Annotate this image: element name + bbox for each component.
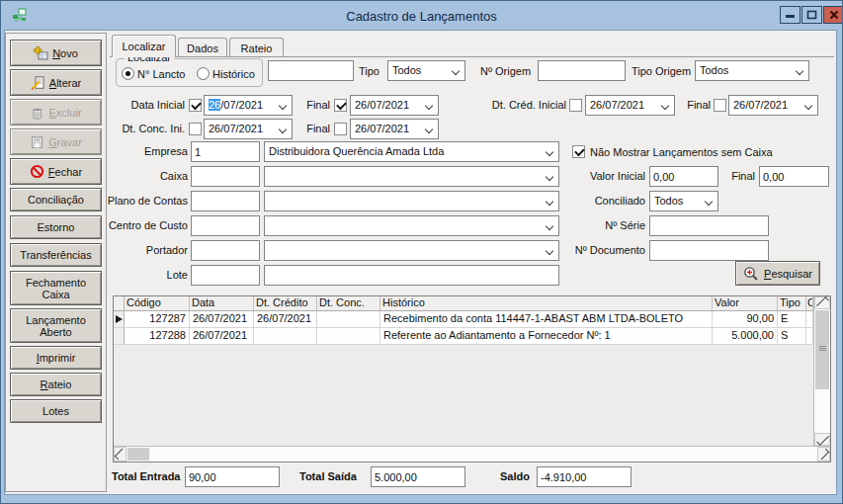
conc-final-datepicker[interactable]: 26/07/2021 [350, 119, 439, 139]
grid-vertical-scrollbar[interactable] [813, 296, 830, 446]
lotes-label: Lotes [42, 405, 69, 417]
tipo-combo[interactable]: Todos [387, 60, 465, 81]
tab-rateio[interactable]: Rateio [229, 38, 284, 56]
serie-input[interactable] [649, 215, 769, 236]
empresa-combo[interactable]: Distribuidora Querência Amada Ltda [264, 141, 559, 162]
col-header-tipo[interactable]: Tipo [778, 296, 806, 310]
conciliado-combo[interactable]: Todos [649, 191, 718, 211]
caixa-label: Caixa [94, 170, 188, 182]
close-icon [828, 9, 840, 21]
transferencias-label: Transferências [20, 249, 91, 261]
plano-contas-combo[interactable] [264, 191, 559, 211]
scroll-down-button[interactable] [814, 433, 830, 446]
plano-contas-code-input[interactable] [191, 191, 260, 211]
col-header-historico[interactable]: Histórico [380, 296, 713, 310]
date-value: 26/07/2021 [355, 123, 409, 134]
portador-combo[interactable] [264, 240, 559, 261]
data-final-checkbox[interactable] [334, 99, 347, 112]
col-header-dt-credito[interactable]: Dt. Crédito [254, 296, 317, 310]
conc-final-label: Final [297, 123, 330, 134]
table-row[interactable]: 127288 26/07/2021 Referente ao Adiantame… [114, 328, 830, 345]
tipo-origem-combo[interactable]: Todos [695, 60, 809, 81]
row-indicator-cell [114, 328, 125, 345]
conc-inicial-label: Dt. Conc. Ini. [104, 123, 185, 134]
imprimir-button[interactable]: Imprimir [10, 346, 102, 370]
documento-input[interactable] [649, 240, 769, 261]
alterar-button[interactable]: Alterar [10, 69, 102, 96]
search-input[interactable] [268, 60, 354, 81]
pesquisar-button[interactable]: Pesquisar [735, 261, 820, 286]
lote-label: Lote [94, 269, 188, 281]
data-inicial-checkbox[interactable] [189, 99, 202, 112]
saldo-label: Saldo [500, 470, 530, 482]
radio-historico[interactable] [197, 67, 210, 80]
col-header-codigo[interactable]: Código [125, 296, 190, 310]
caixa-code-input[interactable] [191, 166, 260, 187]
valor-inicial-input[interactable] [649, 166, 718, 187]
cred-final-datepicker[interactable]: 26/07/2021 [728, 95, 818, 116]
data-inicial-datepicker[interactable]: 26/07/2021 [204, 95, 293, 116]
caixa-combo[interactable] [264, 166, 559, 187]
empresa-code-input[interactable] [191, 141, 260, 162]
conc-final-checkbox[interactable] [334, 123, 347, 135]
col-header-data[interactable]: Data [190, 296, 254, 310]
estorno-button[interactable]: Estorno [10, 215, 102, 239]
title-bar[interactable]: Cadastro de Lançamentos [1, 1, 842, 31]
col-header-c[interactable]: C [806, 296, 813, 310]
conc-inicial-checkbox[interactable] [189, 123, 202, 135]
col-header-dt-conc[interactable]: Dt. Conc. [317, 296, 380, 310]
cred-inicial-datepicker[interactable]: 26/07/2021 [585, 95, 675, 116]
row-indicator-cell [114, 311, 125, 328]
lote-input[interactable] [264, 265, 559, 286]
chevron-down-icon [425, 102, 433, 110]
lote-code-input[interactable] [191, 265, 260, 286]
fechar-button[interactable]: Fechar [10, 158, 102, 185]
total-saida-field[interactable] [371, 466, 465, 487]
col-header-valor[interactable]: Valor [713, 296, 778, 310]
tab-dados[interactable]: Dados [178, 38, 227, 56]
minimize-icon [784, 9, 797, 21]
transferencias-button[interactable]: Transferências [10, 243, 102, 267]
close-button[interactable] [823, 6, 843, 24]
minimize-button[interactable] [780, 6, 801, 24]
chevron-left-icon [115, 449, 126, 460]
results-grid: Código Data Dt. Crédito Dt. Conc. Histór… [113, 295, 831, 462]
grid-horizontal-scrollbar[interactable] [114, 446, 830, 462]
novo-button[interactable]: Novo [10, 40, 102, 66]
conciliacao-label: Conciliação [28, 194, 84, 206]
rateio-button[interactable]: Rateio [10, 373, 102, 396]
lotes-button[interactable]: Lotes [10, 399, 102, 423]
chevron-down-icon [279, 126, 287, 133]
valor-final-label: Final [724, 170, 755, 182]
cell-codigo: 127287 [125, 311, 190, 328]
valor-inicial-label: Valor Inicial [553, 170, 645, 182]
scroll-left-button[interactable] [114, 447, 126, 462]
conciliado-label: Conciliado [553, 195, 645, 207]
saldo-field[interactable] [537, 466, 632, 487]
tab-localizar[interactable]: Localizar [112, 35, 176, 57]
valor-final-input[interactable] [759, 166, 829, 187]
centro-custo-code-input[interactable] [191, 215, 260, 236]
portador-code-input[interactable] [191, 240, 260, 261]
scroll-up-button[interactable] [814, 296, 830, 309]
lancamento-aberto-button[interactable]: Lançamento Aberto [10, 308, 102, 343]
centro-custo-combo[interactable] [264, 215, 559, 236]
cred-final-checkbox[interactable] [714, 99, 726, 112]
horizontal-scroll-thumb[interactable] [127, 448, 149, 461]
fechamento-caixa-button[interactable]: Fechamento Caixa [10, 271, 102, 305]
plano-contas-label: Plano de Contas [94, 195, 188, 207]
data-final-datepicker[interactable]: 26/07/2021 [350, 95, 439, 116]
total-entrada-field[interactable] [185, 466, 280, 487]
sem-caixa-checkbox[interactable] [572, 145, 585, 158]
conciliacao-button[interactable]: Conciliação [10, 188, 102, 211]
radio-n-lancto[interactable] [122, 67, 134, 80]
table-row[interactable]: 127287 26/07/2021 26/07/2021 Recebimento… [114, 311, 830, 328]
maximize-button[interactable] [801, 6, 822, 24]
conc-inicial-datepicker[interactable]: 26/07/2021 [204, 119, 293, 139]
chevron-down-icon [804, 102, 812, 110]
num-origem-input[interactable] [538, 60, 626, 81]
cred-inicial-checkbox[interactable] [569, 99, 582, 112]
vertical-scroll-thumb[interactable] [815, 310, 829, 389]
fechar-label: Fechar [48, 166, 82, 178]
scroll-right-button[interactable] [817, 447, 830, 462]
